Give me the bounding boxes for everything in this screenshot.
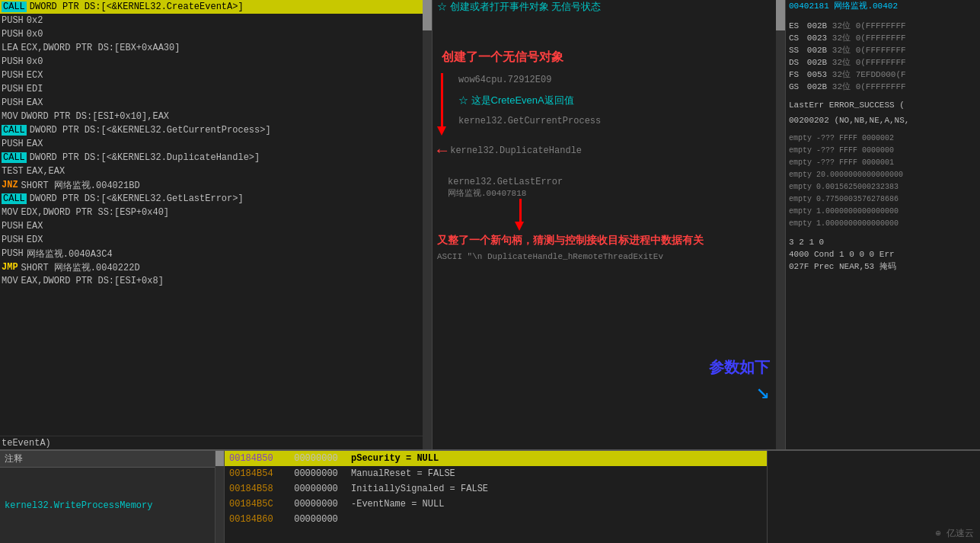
disasm-line-3[interactable]: LEA ECX,DWORD PTR DS:[EBX+0xAA30]	[0, 41, 432, 55]
disasm-line-15[interactable]: MOV EDX,DWORD PTR SS:[ESP+0x40]	[0, 206, 432, 219]
comment-column-1: wow64cpu.72912E09 ☆ 这是CreteEvenA返回值 kern…	[454, 73, 601, 128]
getcurrentprocess-text: kernel32.GetCurrentProcess	[458, 116, 601, 126]
disasm-line-10[interactable]: PUSH EAX	[0, 137, 432, 151]
reg-spacer-4	[789, 126, 977, 133]
disasm-line-5[interactable]: PUSH ECX	[0, 69, 432, 82]
reg-fs-bits: 32位	[827, 70, 855, 79]
arrow-down-area-1: wow64cpu.72912E09 ☆ 这是CreteEvenA返回值 kern…	[433, 70, 785, 136]
disasm-line-9[interactable]: CALL DWORD PTR DS:[<&KERNEL32.GetCurrent…	[0, 123, 432, 137]
bottom-left-scrollbar[interactable]	[215, 451, 225, 543]
wow-text: wow64cpu.72912E09	[458, 75, 551, 85]
disasm-line-0[interactable]: CALL DWORD PTR DS:[<&KERNEL32.CreateEven…	[0, 0, 432, 14]
comment-creteevena-line: ☆ 这是CreteEvenA返回值	[454, 87, 601, 114]
reg-es: ES 002B 32位 0(FFFFFFFF	[789, 20, 977, 32]
disasm-line-18[interactable]: PUSH 网络监视.0040A3C4	[0, 247, 432, 260]
bottom-left-scrollbar-thumb[interactable]	[215, 451, 224, 466]
mem-hex-1: 00000000	[286, 466, 346, 481]
mem-row-4[interactable]: 00184B60 00000000	[225, 512, 767, 527]
disasm-bottom-line: teEventA)	[0, 436, 423, 449]
mnemonic-19: JMP	[2, 262, 18, 273]
ascii-comment-line: ASCII "\n DuplicateHandle_hRemoteThreadE…	[433, 250, 785, 264]
disasm-line-16[interactable]: PUSH EAX	[0, 219, 432, 233]
mem-row-0[interactable]: 00184B50 00000000 pSecurity = NULL	[225, 451, 767, 466]
mem-hex-2: 00000000	[286, 481, 346, 497]
reg-es-val: 002B	[807, 21, 827, 30]
bottom-section: 注释 kernel32.WriteProcessMemory 00184B50 …	[0, 449, 980, 543]
reg-gs-bits: 32位	[827, 82, 855, 91]
mnemonic-0: CALL	[2, 2, 27, 12]
mnemonic-11: CALL	[2, 152, 27, 163]
mem-hex-4: 00000000	[286, 512, 346, 527]
reg-flags: 00200202 (NO,NB,NE,A,NS,	[789, 114, 977, 126]
reg-fs-name: FS	[789, 70, 804, 79]
notes-content[interactable]: kernel32.WriteProcessMemory	[0, 468, 215, 543]
disasm-line-17[interactable]: PUSH EDX	[0, 233, 432, 247]
disasm-line-12[interactable]: TEST EAX,EAX	[0, 164, 432, 178]
mem-row-2[interactable]: 00184B58 00000000 InitiallySignaled = FA…	[225, 481, 767, 497]
mnemonic-7: PUSH	[2, 97, 24, 108]
disasm-line-6[interactable]: PUSH EDI	[0, 82, 432, 96]
operands-13: SHORT 网络监视.004021BD	[21, 179, 140, 192]
operands-5: ECX	[27, 70, 43, 81]
bottom-right-panel: ⊕ 亿速云	[767, 451, 980, 543]
mem-hex-0: 00000000	[286, 451, 346, 466]
reg-empty-3: empty -??? FFFF 0000001	[789, 157, 977, 169]
reg-ds-extra: 0(FFFFFFFF	[856, 58, 906, 67]
reg-prec: 027F Prec NEAR,53 掩码	[789, 260, 977, 273]
reg-spacer-1	[789, 14, 977, 20]
disasm-line-1[interactable]: PUSH 0x2	[0, 14, 432, 27]
reg-empty-1: empty -??? FFFF 0000002	[789, 133, 977, 145]
mnemonic-17: PUSH	[2, 235, 24, 245]
creteevena-text: ☆ 这是CreteEvenA返回值	[458, 94, 574, 107]
big-comment-1-text: 创建了一个无信号对象	[437, 44, 568, 69]
mem-ascii-1: ManualReset = FALSE	[346, 466, 767, 481]
comment-scrollbar[interactable]	[776, 0, 785, 449]
mnemonic-9: CALL	[2, 125, 27, 136]
reg-fs-extra: 7EFDD000(F	[856, 70, 906, 79]
reg-ss: SS 002B 32位 0(FFFFFFFF	[789, 44, 977, 56]
disasm-line-2[interactable]: PUSH 0x0	[0, 27, 432, 41]
disasm-scrollbar[interactable]	[423, 0, 432, 449]
mnemonic-6: PUSH	[2, 84, 24, 94]
operands-0: DWORD PTR DS:[<&KERNEL32.CreateEventA>]	[30, 2, 244, 12]
operands-18: 网络监视.0040A3C4	[27, 248, 113, 260]
arrow-line-2	[519, 199, 522, 222]
mem-ascii-4	[346, 512, 767, 527]
disasm-line-13[interactable]: JNZ SHORT 网络监视.004021BD	[0, 178, 432, 192]
comment-scrollbar-thumb[interactable]	[776, 0, 785, 30]
main-container: CALL DWORD PTR DS:[<&KERNEL32.CreateEven…	[0, 0, 980, 543]
mem-addr-2: 00184B58	[225, 481, 286, 497]
mem-row-1[interactable]: 00184B54 00000000 ManualReset = FALSE	[225, 466, 767, 481]
getlasterror-line: kernel32.GetLastError	[448, 177, 563, 187]
reg-gs-val: 002B	[807, 82, 827, 91]
mem-addr-0: 00184B50	[225, 451, 286, 466]
disasm-line-19[interactable]: JMP SHORT 网络监视.0040222D	[0, 260, 432, 274]
disasm-line-4[interactable]: PUSH 0x0	[0, 55, 432, 69]
operands-16: EAX	[27, 221, 43, 232]
notes-link[interactable]: kernel32.WriteProcessMemory	[5, 500, 152, 511]
mem-ascii-3: -EventName = NULL	[346, 497, 767, 512]
bottom-comment-area: 参数如下 ↘	[709, 357, 770, 404]
mem-ascii-0: pSecurity = NULL	[346, 451, 767, 466]
disasm-line-8[interactable]: MOV DWORD PTR DS:[ESI+0x10],EAX	[0, 110, 432, 123]
mnemonic-15: MOV	[2, 207, 18, 218]
operands-9: DWORD PTR DS:[<&KERNEL32.GetCurrentProce…	[30, 125, 271, 136]
mem-row-3[interactable]: 00184B5C 00000000 -EventName = NULL	[225, 497, 767, 512]
big-comment-2: 又整了一个新句柄，猜测与控制接收目标进程中数据有关	[433, 231, 785, 250]
disasm-line-7[interactable]: PUSH EAX	[0, 96, 432, 110]
reg-es-extra: 0(FFFFFFFF	[856, 21, 906, 30]
disasm-line-14[interactable]: CALL DWORD PTR DS:[<&KERNEL32.GetLastErr…	[0, 192, 432, 206]
mnemonic-3: LEA	[2, 43, 18, 53]
disasm-panel[interactable]: CALL DWORD PTR DS:[<&KERNEL32.CreateEven…	[0, 0, 433, 449]
operands-10: EAX	[27, 139, 43, 149]
notes-label: 注释	[0, 451, 215, 468]
notes-label-text: 注释	[5, 452, 23, 465]
operands-17: EDX	[27, 235, 43, 245]
mnemonic-8: MOV	[2, 111, 18, 122]
disasm-line-20[interactable]: MOV EAX,DWORD PTR DS:[ESI+0x8]	[0, 274, 432, 288]
disasm-line-11[interactable]: CALL DWORD PTR DS:[<&KERNEL32.DuplicateH…	[0, 151, 432, 164]
mem-addr-3: 00184B5C	[225, 497, 286, 512]
mnemonic-13: JNZ	[2, 180, 18, 190]
mem-hex-3: 00000000	[286, 497, 346, 512]
comment-line-1	[433, 14, 785, 27]
